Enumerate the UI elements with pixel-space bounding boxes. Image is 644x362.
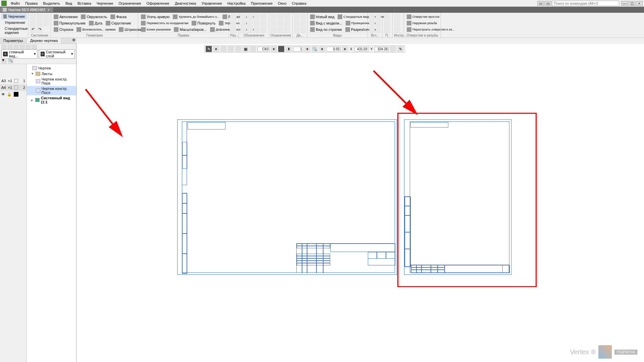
cb-2[interactable]: ▾ — [213, 46, 219, 52]
command-search[interactable] — [552, 1, 619, 6]
viewmodel-button[interactable]: Вид с модели... — [309, 20, 344, 26]
panel-settings-button[interactable]: ⚙ — [71, 38, 77, 44]
an-10[interactable] — [247, 27, 253, 33]
eye-icon[interactable]: 👁 — [1, 92, 5, 96]
tree-sheet2[interactable]: Чертеж констр. Посл — [27, 86, 76, 95]
new-button[interactable] — [30, 14, 36, 20]
autoline-button[interactable]: Автолиния — [52, 14, 79, 19]
an-1[interactable] — [240, 14, 246, 20]
an-5[interactable] — [240, 20, 246, 26]
tree-sysview[interactable]: ▸ Системный вид (1:1 — [27, 95, 76, 105]
panel-toggle-1[interactable]: ▭ — [537, 1, 544, 6]
menu-file[interactable]: Файл — [8, 1, 22, 6]
dim-btn-1[interactable] — [230, 14, 236, 20]
an-6[interactable] — [247, 20, 253, 26]
doc-close-button[interactable]: × — [47, 8, 51, 12]
scale-icon[interactable]: ⬍ — [286, 46, 292, 52]
cb-12[interactable]: ✎ — [397, 46, 403, 52]
an-12[interactable] — [260, 27, 266, 33]
menu-drawing[interactable]: Черчение — [94, 1, 116, 6]
menu-window[interactable]: Окно — [275, 1, 289, 6]
cb-10[interactable]: ▾ — [342, 46, 348, 52]
grid-button[interactable]: ▦ — [243, 46, 249, 52]
co-6[interactable] — [284, 20, 290, 26]
p-2[interactable] — [384, 20, 390, 26]
di-6[interactable] — [300, 27, 306, 33]
open-button[interactable] — [37, 14, 43, 20]
redo-button[interactable]: ↷ — [37, 27, 43, 33]
menu-help[interactable]: Справка — [289, 1, 309, 6]
preview-button[interactable] — [37, 20, 43, 26]
menu-format[interactable]: Оформление — [144, 1, 172, 6]
movecoord-button[interactable]: Переместить по координатам — [140, 20, 190, 26]
menu-apps[interactable]: Приложения — [248, 1, 275, 6]
menu-manage[interactable]: Управление — [199, 1, 225, 6]
co-8[interactable] — [277, 27, 283, 33]
menu-select[interactable]: Выделить — [40, 1, 63, 6]
ins-2[interactable] — [376, 14, 381, 20]
cb-8[interactable]: ▾ — [304, 46, 310, 52]
fillet-button[interactable]: Скругление — [104, 20, 133, 26]
cb-1[interactable]: ✎ — [206, 46, 212, 52]
cb-3[interactable] — [220, 46, 227, 52]
ribbon-tab-std[interactable]: Стандартные изделия — [1, 25, 27, 36]
menu-view[interactable]: Вид — [63, 1, 75, 6]
di-4[interactable] — [300, 20, 306, 26]
lock-icon[interactable]: 🔓 — [7, 92, 12, 97]
auxline-button[interactable]: Вспомогатель... прямая — [75, 27, 117, 32]
di-1[interactable] — [294, 14, 300, 20]
extend-button[interactable]: Удлинить до ближайшего о... — [171, 14, 220, 19]
an-7[interactable] — [254, 20, 260, 26]
canvas[interactable]: ✎ ▾ ▦ ▾ ⬍ ▾ 🔍 ▾ ▾ X Y ✎ — [77, 44, 644, 362]
menu-insert[interactable]: Вставка — [75, 1, 94, 6]
di-3[interactable] — [294, 20, 300, 26]
scale-button[interactable]: Масштабиров... — [172, 27, 208, 32]
tree-sheet1[interactable]: Чертеж констр. Перв — [27, 76, 76, 86]
cb-11[interactable] — [390, 46, 396, 52]
tl-2[interactable] — [394, 20, 400, 26]
panel-toggle-2[interactable]: ▭ — [545, 1, 551, 6]
drawing-sheet-a4[interactable] — [404, 119, 511, 275]
di-2[interactable] — [300, 14, 306, 20]
tree-sheets[interactable]: ▾ Листы — [27, 71, 76, 76]
x-input[interactable] — [354, 47, 368, 52]
segment-button[interactable]: Отрезок — [52, 27, 75, 32]
cb-9[interactable]: ▾ — [319, 46, 325, 52]
y-input[interactable] — [375, 47, 389, 52]
co-5[interactable] — [277, 20, 283, 26]
circle-button[interactable]: Окружность — [80, 14, 108, 19]
sheet-row-a4[interactable]: A4 ×1 2 — [0, 84, 27, 91]
menu-settings[interactable]: Настройка — [225, 1, 248, 6]
arrowview-button[interactable]: Вид по стрелке — [309, 27, 343, 32]
tl-1[interactable] — [394, 14, 400, 20]
menu-edit[interactable]: Правка — [22, 1, 40, 6]
co-9[interactable] — [284, 27, 290, 33]
chamfer-button[interactable]: Фаска — [109, 14, 128, 19]
scale-input[interactable] — [293, 47, 303, 52]
p-1[interactable] — [384, 14, 390, 20]
tl-3[interactable] — [394, 27, 400, 33]
copy-button[interactable]: Копия указанием — [140, 27, 172, 32]
co-3[interactable] — [284, 14, 290, 20]
newview-button[interactable]: Новый вид — [309, 14, 336, 19]
cb-6[interactable]: ▾ — [271, 46, 277, 52]
menu-constraints[interactable]: Ограничения — [116, 1, 144, 6]
zoom-icon[interactable]: 🔍 — [312, 46, 318, 52]
rebuild-button[interactable]: Перестроить отверстия и из... — [405, 27, 456, 32]
menu-diagnostics[interactable]: Диагностика — [172, 1, 199, 6]
color-swatch[interactable] — [14, 92, 18, 97]
ext-thread-button[interactable]: Наружная резьба — [405, 20, 438, 26]
ins-6[interactable] — [376, 27, 381, 33]
p-3[interactable] — [384, 27, 390, 33]
expand-icon[interactable]: ▸ — [31, 98, 34, 102]
minimize-button[interactable]: — — [621, 1, 628, 6]
title-block-a3[interactable] — [296, 243, 395, 273]
co-2[interactable] — [277, 14, 283, 20]
save-button[interactable] — [43, 14, 49, 20]
ins-1[interactable] — [369, 14, 375, 20]
co-4[interactable] — [270, 20, 277, 26]
orient-check[interactable] — [14, 86, 18, 90]
cs-input[interactable] — [257, 47, 269, 52]
tree-tab[interactable]: Дерево чертежа — [27, 38, 62, 44]
tree-root[interactable]: Чертеж — [27, 65, 76, 71]
